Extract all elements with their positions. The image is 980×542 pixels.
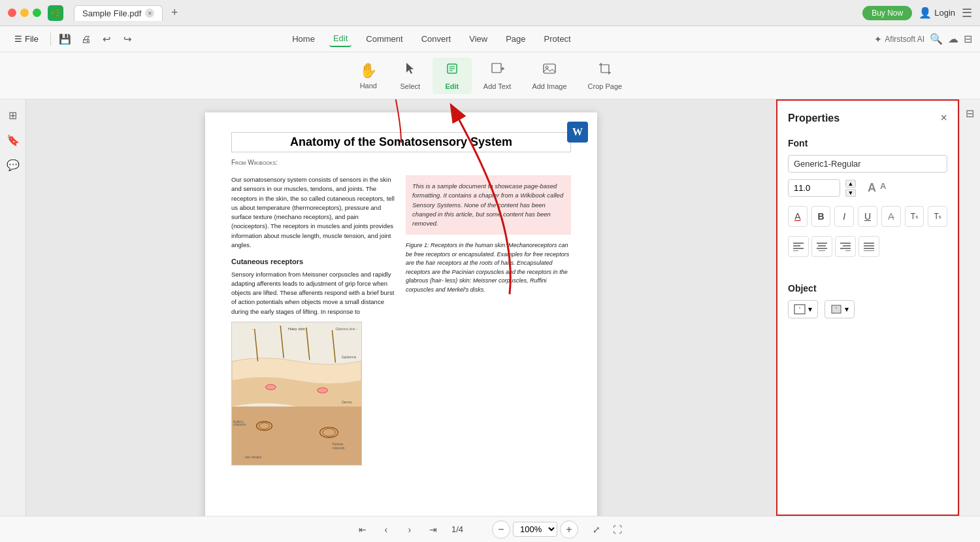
toolbar: ✋ Hand Select Edit Add Text — [0, 52, 980, 99]
maximize-window-btn[interactable] — [33, 8, 41, 17]
menu-comment[interactable]: Comment — [362, 31, 406, 46]
menu-home[interactable]: Home — [288, 31, 319, 46]
minimize-window-btn[interactable] — [20, 8, 29, 17]
object-border-btn[interactable]: ▾ — [788, 300, 818, 318]
edit-tool-btn[interactable]: Edit — [433, 58, 472, 94]
svg-rect-54 — [832, 305, 841, 313]
go-to-prev-page-btn[interactable]: ‹ — [377, 520, 395, 539]
font-size-input[interactable] — [788, 179, 840, 197]
fit-width-btn[interactable]: ⤢ — [587, 520, 606, 539]
text-color-btn[interactable]: A — [788, 206, 808, 227]
close-window-btn[interactable] — [8, 8, 16, 17]
main-area: ⊞ 🔖 💬 W Anatomy of the Somatosensory Sys… — [0, 99, 980, 516]
hand-tool-btn[interactable]: ✋ Hand — [349, 58, 388, 93]
crop-page-tool-btn[interactable]: Crop Page — [579, 58, 632, 94]
fit-page-btn[interactable]: ⛶ — [608, 520, 627, 539]
menu-protect[interactable]: Protect — [540, 31, 575, 46]
font-decrease-btn[interactable]: A — [880, 181, 886, 195]
hand-label: Hand — [360, 82, 377, 90]
edit-icon — [445, 61, 459, 80]
save-btn[interactable]: 💾 — [56, 30, 74, 48]
go-to-next-page-btn[interactable]: › — [400, 520, 419, 539]
menu-view[interactable]: View — [465, 31, 491, 46]
align-left-btn[interactable] — [788, 236, 809, 257]
svg-rect-9 — [601, 65, 609, 73]
strikethrough-btn[interactable]: A̶ — [881, 206, 901, 227]
sidebar-thumbnails-btn[interactable]: ⊞ — [4, 106, 22, 124]
hamburger-menu-btn[interactable]: ☰ — [962, 6, 972, 20]
redo-btn[interactable]: ↪ — [119, 30, 137, 48]
align-right-btn[interactable] — [835, 236, 856, 257]
add-image-tool-btn[interactable]: Add Image — [523, 58, 576, 94]
go-to-last-page-btn[interactable]: ⇥ — [424, 520, 442, 539]
svg-point-20 — [318, 388, 328, 393]
traffic-lights — [8, 8, 41, 17]
svg-rect-7 — [544, 64, 555, 73]
sidebar-comments-btn[interactable]: 💬 — [4, 156, 22, 174]
login-button[interactable]: 👤 Login — [919, 7, 955, 19]
titlebar-right: Buy Now 👤 Login ☰ — [862, 6, 972, 20]
add-text-tool-btn[interactable]: Add Text — [474, 58, 521, 94]
tab-title: Sample File.pdf — [82, 8, 141, 18]
subscript-btn[interactable]: Ts — [928, 206, 947, 227]
menu-edit[interactable]: Edit — [329, 31, 351, 47]
menu-convert[interactable]: Convert — [417, 31, 455, 46]
left-sidebar: ⊞ 🔖 💬 — [0, 99, 26, 516]
go-to-first-page-btn[interactable]: ⇤ — [353, 520, 372, 539]
buy-now-button[interactable]: Buy Now — [862, 6, 912, 20]
fit-buttons: ⤢ ⛶ — [587, 520, 627, 539]
right-sidebar: ⊟ — [959, 99, 980, 516]
svg-point-19 — [265, 384, 276, 390]
font-size-down-btn[interactable]: ▼ — [845, 189, 856, 197]
border-dropdown-arrow: ▾ — [808, 305, 812, 314]
pdf-content: Our somatosensory system consists of sen… — [231, 175, 571, 466]
menu-right: ✦ Afirstsoft AI 🔍 ☁ ⊟ — [874, 33, 972, 45]
pdf-page: W Anatomy of the Somatosensory System Fr… — [205, 112, 597, 516]
object-section-label: Object — [788, 283, 947, 294]
italic-btn[interactable]: I — [834, 206, 854, 227]
bottom-bar: ⇤ ‹ › ⇥ 1/4 − 50% 75% 100% 125% 150% 200… — [0, 516, 980, 542]
menu-page[interactable]: Page — [502, 31, 529, 46]
active-tab[interactable]: Sample File.pdf × — [74, 5, 163, 21]
right-sidebar-toggle-btn[interactable]: ⊟ — [963, 105, 977, 122]
tab-close-btn[interactable]: × — [145, 8, 154, 18]
add-tab-btn[interactable]: + — [167, 5, 182, 21]
layout-btn[interactable]: ⊟ — [964, 33, 972, 45]
cloud-btn[interactable]: ☁ — [948, 33, 958, 45]
skin-diagram-container: Hairy skin ← Glabrous skin→ Epidermis De… — [231, 322, 397, 466]
zoom-out-btn[interactable]: − — [492, 520, 510, 539]
superscript-btn[interactable]: Ts — [905, 206, 924, 227]
zoom-in-btn[interactable]: + — [560, 520, 578, 539]
font-family-select[interactable]: Generic1-Regular Arial Times New Roman H… — [788, 155, 947, 173]
align-justify-btn[interactable] — [858, 236, 879, 257]
panel-header: Properties × — [788, 111, 947, 125]
align-center-btn[interactable] — [811, 236, 832, 257]
font-increase-btn[interactable]: A — [868, 181, 876, 195]
zoom-section: − 50% 75% 100% 125% 150% 200% + ⤢ ⛶ — [492, 520, 627, 539]
pdf-title: Anatomy of the Somatosensory System — [231, 132, 571, 152]
file-label: File — [25, 34, 39, 44]
align-buttons-row — [788, 236, 947, 257]
print-btn[interactable]: 🖨 — [77, 30, 95, 48]
zoom-select[interactable]: 50% 75% 100% 125% 150% 200% — [513, 522, 557, 537]
font-size-up-btn[interactable]: ▲ — [845, 180, 856, 188]
svg-text:Dermis: Dermis — [342, 401, 352, 404]
search-btn[interactable]: 🔍 — [930, 33, 943, 45]
pdf-column-left: Our somatosensory system consists of sen… — [231, 175, 397, 466]
select-label: Select — [400, 82, 421, 90]
object-fill-btn[interactable]: ▾ — [825, 300, 855, 318]
file-menu-btn[interactable]: ☰ File — [8, 31, 45, 46]
pdf-para1: Our somatosensory system consists of sen… — [231, 175, 397, 250]
ai-btn[interactable]: ✦ Afirstsoft AI — [874, 34, 924, 44]
select-tool-btn[interactable]: Select — [391, 58, 430, 94]
svg-text:Hairy skin: Hairy skin — [288, 327, 305, 331]
word-export-icon[interactable]: W — [567, 122, 588, 143]
svg-rect-4 — [492, 63, 501, 73]
bold-btn[interactable]: B — [811, 206, 831, 227]
panel-close-btn[interactable]: × — [940, 111, 947, 125]
sidebar-bookmarks-btn[interactable]: 🔖 — [4, 131, 22, 149]
pdf-column-right: This is a sample document to showcase pa… — [406, 175, 571, 466]
pdf-area[interactable]: W Anatomy of the Somatosensory System Fr… — [26, 99, 776, 516]
undo-btn[interactable]: ↩ — [98, 30, 116, 48]
underline-btn[interactable]: U — [858, 206, 877, 227]
